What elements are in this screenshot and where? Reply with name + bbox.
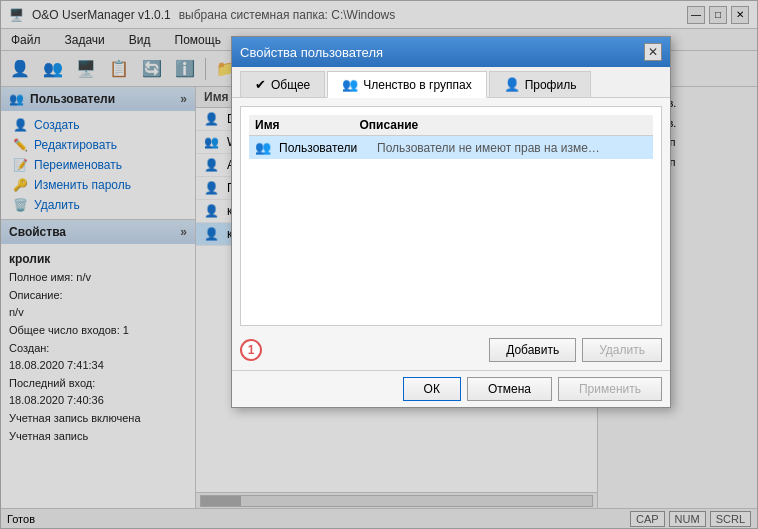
dialog-footer: ОК Отмена Применить: [232, 370, 670, 407]
group-count-badge: 1: [240, 339, 262, 361]
dialog-row-desc: Пользователи не имеют прав на изме…: [377, 141, 600, 155]
dialog-table-content: Имя Описание 👥 Пользователи Пользователи…: [240, 106, 662, 326]
dialog-table-header: Имя Описание: [249, 115, 653, 136]
tab-general[interactable]: ✔ Общее: [240, 71, 325, 97]
remove-group-btn[interactable]: Удалить: [582, 338, 662, 362]
dialog-tabs: ✔ Общее 👥 Членство в группах 👤 Профиль: [232, 67, 670, 98]
tab-profile[interactable]: 👤 Профиль: [489, 71, 592, 97]
tab-groups-label: Членство в группах: [363, 78, 471, 92]
table-name-col: Имя: [255, 118, 280, 132]
dialog-titlebar: Свойства пользователя ✕: [232, 37, 670, 67]
dialog-title: Свойства пользователя: [240, 45, 383, 60]
tab-general-label: Общее: [271, 78, 310, 92]
table-desc-col: Описание: [360, 118, 419, 132]
modal-overlay: Свойства пользователя ✕ ✔ Общее 👥 Членст…: [1, 1, 757, 528]
tab-group-membership[interactable]: 👥 Членство в группах: [327, 71, 486, 98]
dialog-row-icon: 👥: [255, 140, 271, 155]
tab-profile-label: Профиль: [525, 78, 577, 92]
dialog-table-row[interactable]: 👥 Пользователи Пользователи не имеют пра…: [249, 136, 653, 159]
tab-groups-icon: 👥: [342, 77, 358, 92]
cancel-btn[interactable]: Отмена: [467, 377, 552, 401]
tab-profile-icon: 👤: [504, 77, 520, 92]
tab-general-icon: ✔: [255, 77, 266, 92]
dialog-action-area: 1 Добавить Удалить: [232, 334, 670, 370]
dialog-row-name: Пользователи: [279, 141, 369, 155]
user-properties-dialog: Свойства пользователя ✕ ✔ Общее 👥 Членст…: [231, 36, 671, 408]
add-group-btn[interactable]: Добавить: [489, 338, 576, 362]
apply-btn[interactable]: Применить: [558, 377, 662, 401]
main-window: 🖥️ O&O UserManager v1.0.1 выбрана систем…: [0, 0, 758, 529]
ok-btn[interactable]: ОК: [403, 377, 461, 401]
dialog-close-btn[interactable]: ✕: [644, 43, 662, 61]
